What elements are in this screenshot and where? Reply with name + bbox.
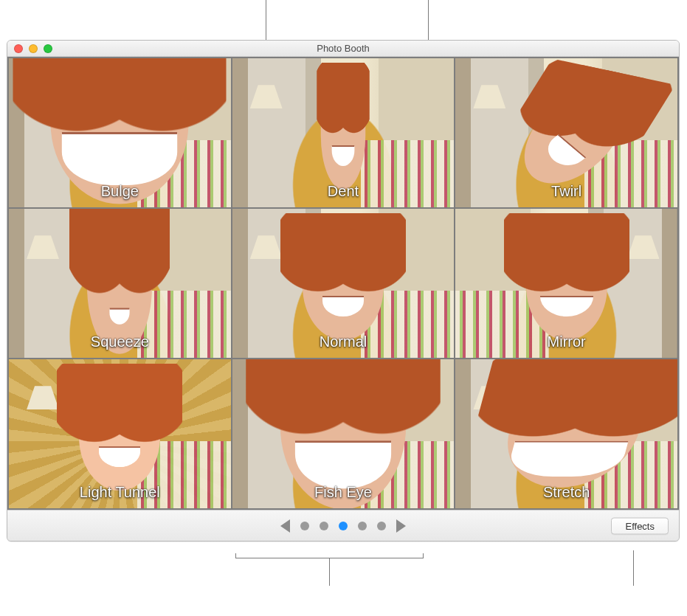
effect-tile-stretch[interactable]: Stretch xyxy=(455,359,677,508)
pager-dot-0[interactable] xyxy=(300,522,309,530)
callout-bracket-bottom-right-tick xyxy=(423,553,424,558)
close-window-button[interactable] xyxy=(14,44,23,53)
pager-dot-1[interactable] xyxy=(320,522,328,530)
face-icon xyxy=(79,380,160,491)
effects-pager xyxy=(280,519,406,533)
zoom-window-button[interactable] xyxy=(44,44,52,53)
callout-bracket-bottom-left-tick xyxy=(235,553,236,558)
titlebar[interactable]: Photo Booth xyxy=(7,41,679,57)
callout-line-bottom-right xyxy=(633,550,634,586)
face-icon xyxy=(303,229,384,340)
effect-tile-light-tunnel[interactable]: Light Tunnel xyxy=(9,359,231,508)
face-icon xyxy=(321,79,366,190)
face-icon xyxy=(526,229,607,340)
pager-next-arrow[interactable] xyxy=(396,519,406,533)
callout-line-bottom-center xyxy=(329,558,330,586)
effects-grid: BulgeDentTwirlSqueezeNormalMirrorLight T… xyxy=(7,57,679,510)
effect-tile-normal[interactable]: Normal xyxy=(232,209,455,358)
face-icon xyxy=(87,216,152,355)
effect-tile-squeeze[interactable]: Squeeze xyxy=(9,209,231,358)
effect-tile-twirl[interactable]: Twirl xyxy=(455,58,677,207)
pager-dot-3[interactable] xyxy=(358,522,367,530)
effects-button[interactable]: Effects xyxy=(611,517,669,534)
window-controls xyxy=(7,44,52,53)
photo-booth-window: Photo Booth BulgeDentTwirlSqueezeNormalM… xyxy=(7,40,680,541)
window-title: Photo Booth xyxy=(7,43,679,54)
effect-tile-mirror[interactable]: Mirror xyxy=(455,209,677,358)
pager-dot-4[interactable] xyxy=(377,522,386,530)
bottom-toolbar: Effects xyxy=(7,510,679,541)
minimize-window-button[interactable] xyxy=(29,44,38,53)
pager-prev-arrow[interactable] xyxy=(280,519,290,533)
effect-tile-fish-eye[interactable]: Fish Eye xyxy=(232,359,455,508)
pager-dot-2[interactable] xyxy=(339,522,348,530)
effect-tile-bulge[interactable]: Bulge xyxy=(9,58,231,207)
callout-line-top-left xyxy=(266,0,266,40)
effect-tile-dent[interactable]: Dent xyxy=(232,58,455,207)
